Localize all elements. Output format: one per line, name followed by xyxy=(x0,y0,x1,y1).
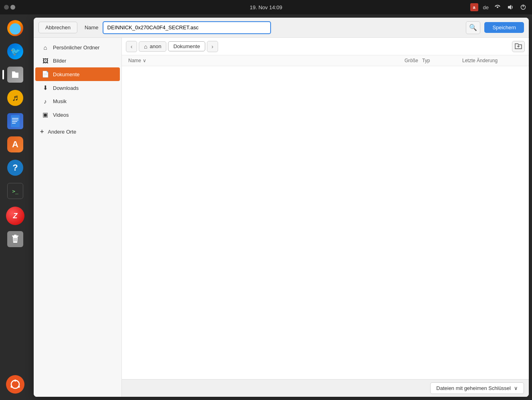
col-size-header[interactable]: Größe xyxy=(386,58,418,63)
taskbar-app-appstore[interactable]: A xyxy=(5,134,26,155)
path-dokumente-button[interactable]: Dokumente xyxy=(168,41,205,51)
col-name-label: Name xyxy=(128,58,141,63)
taskbar-app-firefox[interactable] xyxy=(5,18,26,39)
new-folder-button[interactable] xyxy=(512,41,525,52)
svg-point-16 xyxy=(11,386,13,388)
thunderbird-icon: 🐦 xyxy=(7,43,23,59)
sidebar-item-personal-folder[interactable]: ⌂ Persönlicher Ordner xyxy=(35,41,120,54)
files-icon xyxy=(7,67,23,83)
save-button[interactable]: Speichern xyxy=(484,22,524,33)
col-type-label: Typ xyxy=(422,58,430,63)
power-icon[interactable] xyxy=(519,3,527,11)
writer-icon xyxy=(7,113,23,129)
documents-icon: 📄 xyxy=(42,71,49,78)
ubuntu-icon xyxy=(6,375,24,394)
music-icon: ♪ xyxy=(42,98,49,105)
path-anon-button[interactable]: ⌂ anon xyxy=(139,41,166,52)
language-indicator[interactable]: de xyxy=(483,4,489,10)
bottom-bar: Dateien mit geheimen Schlüssel ∨ xyxy=(122,379,529,397)
col-modified-label: Letzte Änderung xyxy=(462,58,498,63)
file-area xyxy=(122,66,529,379)
add-icon: + xyxy=(40,128,44,135)
pictures-icon: 🖼 xyxy=(42,57,49,64)
sidebar-divider xyxy=(34,122,121,125)
path-dokumente-label: Dokumente xyxy=(173,43,200,49)
redapp-icon: Z xyxy=(6,207,24,225)
taskbar-app-writer[interactable] xyxy=(5,111,26,132)
terminal-icon: >_ xyxy=(7,183,23,199)
col-modified-header[interactable]: Letzte Änderung xyxy=(458,58,522,63)
firefox-icon xyxy=(7,20,23,36)
svg-marker-1 xyxy=(508,5,511,10)
filename-input[interactable] xyxy=(103,21,271,34)
back-icon: ‹ xyxy=(131,43,133,50)
volume-icon[interactable] xyxy=(506,3,514,11)
path-bar: ‹ ⌂ anon Dokumente › xyxy=(122,38,529,55)
taskbar-app-terminal[interactable]: >_ xyxy=(5,181,26,201)
network-icon[interactable] xyxy=(494,3,502,11)
column-headers: Name ∨ Größe Typ Letzte Änderung xyxy=(122,55,529,66)
dialog-body: ⌂ Persönlicher Ordner 🖼 Bilder 📄 Dokumen… xyxy=(34,38,529,397)
topbar-right: a de xyxy=(470,3,527,11)
forward-icon: › xyxy=(212,43,214,50)
svg-rect-4 xyxy=(11,115,20,127)
sidebar-item-musik[interactable]: ♪ Musik xyxy=(35,95,120,108)
taskbar-app-redapp[interactable]: Z xyxy=(5,205,26,226)
right-panel: ‹ ⌂ anon Dokumente › xyxy=(122,38,529,397)
search-button[interactable]: 🔍 xyxy=(466,21,480,34)
name-label: Name xyxy=(85,24,99,30)
sidebar-item-videos[interactable]: ▣ Videos xyxy=(35,108,120,122)
taskbar-app-help[interactable]: ? xyxy=(5,157,26,178)
topbar-dot-2 xyxy=(10,5,15,10)
sidebar-item-bilder[interactable]: 🖼 Bilder xyxy=(35,54,120,67)
col-type-header[interactable]: Typ xyxy=(418,58,458,63)
help-icon: ? xyxy=(7,160,23,176)
search-icon: 🔍 xyxy=(469,24,477,31)
topbar-left xyxy=(4,5,15,10)
rhythmbox-icon: ♬ xyxy=(7,90,23,106)
sidebar-item-dokumente[interactable]: 📄 Dokumente xyxy=(35,67,120,81)
taskbar-app-files[interactable] xyxy=(5,64,26,85)
main-layout: 🐦 ♬ xyxy=(0,14,532,400)
sidebar-item-label-personal: Persönlicher Ordner xyxy=(53,45,99,51)
chevron-down-icon: ∨ xyxy=(514,385,518,391)
sidebar-item-downloads[interactable]: ⬇ Downloads xyxy=(35,81,120,95)
back-button[interactable]: ‹ xyxy=(126,41,137,52)
sidebar-item-label-dokumente: Dokumente xyxy=(53,71,79,77)
svg-point-17 xyxy=(18,386,20,388)
sidebar-item-label-other: Andere Orte xyxy=(48,129,76,135)
topbar-datetime: 19. Nov 14:09 xyxy=(250,4,282,10)
sidebar-item-label-videos: Videos xyxy=(53,112,69,118)
path-anon-label: anon xyxy=(150,43,161,49)
svg-rect-9 xyxy=(12,236,18,237)
sidebar-item-label-musik: Musik xyxy=(53,98,67,104)
taskbar-app-ubuntu[interactable] xyxy=(5,375,26,396)
svg-point-15 xyxy=(14,380,16,382)
col-name-header[interactable]: Name ∨ xyxy=(128,58,386,63)
appstore-icon: A xyxy=(7,136,23,152)
file-dialog: Abbrechen Name 🔍 Speichern ⌂ Persönliche… xyxy=(34,18,529,397)
header-bar: Abbrechen Name 🔍 Speichern xyxy=(34,18,529,38)
home-icon: ⌂ xyxy=(42,44,49,51)
sidebar-item-label-downloads: Downloads xyxy=(53,85,79,91)
taskbar-app-thunderbird[interactable]: 🐦 xyxy=(5,41,26,62)
taskbar: 🐦 ♬ xyxy=(0,14,30,400)
cancel-button[interactable]: Abbrechen xyxy=(38,22,77,33)
videos-icon: ▣ xyxy=(42,111,49,118)
filter-label: Dateien mit geheimen Schlüssel xyxy=(436,385,511,391)
svg-point-0 xyxy=(497,6,498,8)
sidebar-item-other[interactable]: + Andere Orte xyxy=(34,125,121,138)
sidebar-item-label-bilder: Bilder xyxy=(53,58,66,64)
taskbar-app-rhythmbox[interactable]: ♬ xyxy=(5,87,26,108)
topbar: 19. Nov 14:09 a de xyxy=(0,0,532,14)
taskbar-app-trash[interactable] xyxy=(5,229,26,250)
notification-badge[interactable]: a xyxy=(470,3,478,11)
sort-icon: ∨ xyxy=(143,58,146,63)
trash-icon xyxy=(7,231,23,247)
path-home-icon: ⌂ xyxy=(144,43,147,50)
filter-dropdown[interactable]: Dateien mit geheimen Schlüssel ∨ xyxy=(430,382,524,394)
topbar-dot-1 xyxy=(4,5,9,10)
new-folder-icon xyxy=(514,42,522,51)
left-panel: ⌂ Persönlicher Ordner 🖼 Bilder 📄 Dokumen… xyxy=(34,38,122,397)
forward-button[interactable]: › xyxy=(207,41,218,52)
